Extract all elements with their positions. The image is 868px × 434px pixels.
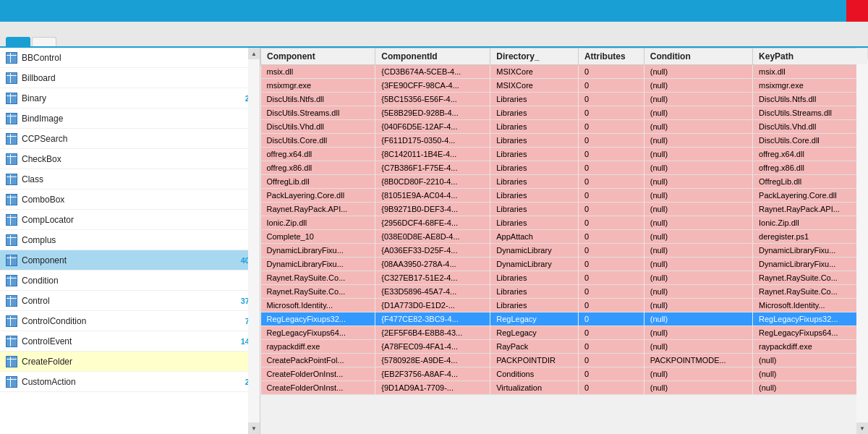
maximize-button[interactable]	[825, 0, 846, 22]
window-controls	[803, 0, 868, 22]
table-cell: {E33D5896-45A7-4...	[375, 285, 490, 299]
column-header-component[interactable]: Component	[261, 48, 375, 65]
column-header-keypath[interactable]: KeyPath	[753, 48, 868, 65]
table-cell: CreatePackPointFol...	[261, 354, 375, 367]
tab-summary[interactable]	[32, 37, 56, 46]
sidebar-item-complocator[interactable]: CompLocator0	[0, 210, 260, 230]
table-cell: {8B0CD80F-2210-4...	[375, 175, 490, 189]
table-cell: Libraries	[490, 271, 579, 285]
content-area: ComponentComponentIdDirectory_Attributes…	[260, 48, 868, 434]
sidebar-item-label: BBControl	[22, 53, 232, 63]
column-header-attributes[interactable]: Attributes	[578, 48, 644, 65]
table-row[interactable]: OffregLib.dll{8B0CD80F-2210-4...Librarie…	[261, 175, 868, 189]
close-button[interactable]	[846, 0, 868, 22]
sidebar-item-condition[interactable]: Condition0	[0, 271, 260, 291]
table-row[interactable]: CreatePackPointFol...{5780928E-A9DE-4...…	[261, 354, 868, 367]
table-cell: {2EF5F6B4-E8B8-43...	[375, 326, 490, 340]
table-cell: RegLegacyFixups32...	[753, 312, 868, 326]
table-cell: {3FE90CFF-98CA-4...	[375, 79, 490, 93]
table-icon	[6, 153, 17, 165]
table-cell: DiscUtils.Core.dll	[261, 134, 375, 148]
table-cell: Raynet.RaySuite.Co...	[261, 271, 375, 285]
sidebar-item-label: BindImage	[22, 114, 232, 124]
sidebar-item-bindimage[interactable]: BindImage0	[0, 109, 260, 129]
table-cell: RayPack	[490, 340, 579, 354]
data-table: ComponentComponentIdDirectory_Attributes…	[260, 48, 868, 395]
sidebar-item-billboard[interactable]: Billboard0	[0, 68, 260, 88]
table-row[interactable]: Raynet.RaySuite.Co...{E33D5896-45A7-4...…	[261, 285, 868, 299]
table-row[interactable]: Raynet.RaySuite.Co...{C327EB17-51E2-4...…	[261, 271, 868, 285]
table-cell: {F477CE82-3BC9-4...	[375, 312, 490, 326]
table-row[interactable]: offreg.x86.dll{C7B386F1-F75E-4...Librari…	[261, 161, 868, 175]
table-cell: 0	[578, 175, 644, 189]
column-header-condition[interactable]: Condition	[644, 48, 752, 65]
table-row[interactable]: RegLegacyFixups64...{2EF5F6B4-E8B8-43...…	[261, 326, 868, 340]
table-row[interactable]: Complete_10{038E0D8E-AE8D-4...AppAttach0…	[261, 230, 868, 244]
sidebar-item-binary[interactable]: Binary26	[0, 88, 260, 109]
table-row[interactable]: CreateFolderOnInst...{9D1AD9A1-7709-...V…	[261, 381, 868, 395]
table-row[interactable]: DynamicLibraryFixu...{08AA3950-278A-4...…	[261, 258, 868, 271]
table-row[interactable]: raypackdiff.exe{A78FEC09-4FA1-4...RayPac…	[261, 340, 868, 354]
table-row[interactable]: msix.dll{CD3B674A-5CEB-4...MSIXCore0(nul…	[261, 65, 868, 79]
table-row[interactable]: Microsoft.Identity...{D1A773D0-E1D2-...L…	[261, 299, 868, 312]
table-cell: 0	[578, 340, 644, 354]
table-cell: PACKPOINTDIR	[490, 354, 579, 367]
sidebar-item-component[interactable]: Component403	[0, 250, 260, 271]
table-cell: 0	[578, 216, 644, 230]
column-header-componentid[interactable]: ComponentId	[375, 48, 490, 65]
sidebar-item-controlcondition[interactable]: ControlCondition76	[0, 311, 260, 331]
table-cell: Libraries	[490, 189, 579, 203]
sidebar-item-label: Billboard	[22, 73, 232, 83]
table-row[interactable]: msixmgr.exe{3FE90CFF-98CA-4...MSIXCore0(…	[261, 79, 868, 93]
table-row[interactable]: RegLegacyFixups32...{F477CE82-3BC9-4...R…	[261, 312, 868, 326]
table-cell: DiscUtils.Core.dll	[753, 134, 868, 148]
column-header-directory[interactable]: Directory_	[490, 48, 579, 65]
table-icon	[6, 133, 17, 145]
table-cell: 0	[578, 354, 644, 367]
table-row[interactable]: Raynet.RayPack.API...{9B9271B0-DEF3-4...…	[261, 203, 868, 216]
table-cell: DynamicLibrary	[490, 244, 579, 258]
table-row[interactable]: DiscUtils.Core.dll{F611D175-0350-4...Lib…	[261, 134, 868, 148]
table-icon	[6, 356, 17, 367]
minimize-button[interactable]	[803, 0, 825, 22]
table-cell: DiscUtils.Ntfs.dll	[753, 93, 868, 106]
table-row[interactable]: offreg.x64.dll{8C142011-1B4E-4...Librari…	[261, 148, 868, 161]
table-cell: Libraries	[490, 106, 579, 120]
sidebar-item-checkbox[interactable]: CheckBox3	[0, 149, 260, 169]
sidebar-item-customaction[interactable]: CustomAction21	[0, 372, 260, 392]
sidebar-item-label: CompLocator	[22, 215, 232, 225]
table-cell: (null)	[644, 258, 752, 271]
table-cell: (null)	[644, 367, 752, 381]
table-cell: DynamicLibraryFixu...	[753, 244, 868, 258]
table-cell: (null)	[644, 216, 752, 230]
table-row[interactable]: DiscUtils.Ntfs.dll{5BC15356-E56F-4...Lib…	[261, 93, 868, 106]
table-cell: {9B9271B0-DEF3-4...	[375, 203, 490, 216]
table-cell: 0	[578, 161, 644, 175]
table-row[interactable]: PackLayering.Core.dll{81051E9A-AC04-4...…	[261, 189, 868, 203]
table-row[interactable]: DiscUtils.Streams.dll{5E8B29ED-928B-4...…	[261, 106, 868, 120]
table-scroll-down[interactable]: ▼	[856, 422, 868, 434]
table-row[interactable]: Ionic.Zip.dll{2956DCF4-68FE-4...Librarie…	[261, 216, 868, 230]
table-cell: (null)	[644, 175, 752, 189]
sidebar-item-ccpsearch[interactable]: CCPSearch0	[0, 129, 260, 149]
table-cell: {EB2F3756-A8AF-4...	[375, 367, 490, 381]
table-cell: Ionic.Zip.dll	[261, 216, 375, 230]
table-row[interactable]: CreateFolderOnInst...{EB2F3756-A8AF-4...…	[261, 367, 868, 381]
sidebar-scrollbar: ▲ ▼	[248, 48, 260, 434]
sidebar-item-class[interactable]: Class0	[0, 169, 260, 190]
table-cell: DynamicLibraryFixu...	[261, 258, 375, 271]
table-cell: Virtualization	[490, 381, 579, 395]
table-row[interactable]: DiscUtils.Vhd.dll{040F6D5E-12AF-4...Libr…	[261, 120, 868, 134]
sidebar-item-controlevent[interactable]: ControlEvent147	[0, 331, 260, 352]
table-row[interactable]: DynamicLibraryFixu...{A036EF33-D25F-4...…	[261, 244, 868, 258]
tab-tables[interactable]	[6, 37, 30, 46]
scroll-down-arrow[interactable]: ▼	[248, 422, 260, 434]
scroll-up-arrow[interactable]: ▲	[248, 48, 260, 59]
sidebar-item-combobox[interactable]: ComboBox0	[0, 190, 260, 210]
table-icon	[6, 93, 17, 104]
sidebar-item-complus[interactable]: Complus0	[0, 230, 260, 250]
sidebar-item-createfolder[interactable]: CreateFolder5	[0, 352, 260, 372]
sidebar-item-bbcontrol[interactable]: BBControl0	[0, 48, 260, 68]
sidebar-item-control[interactable]: Control377	[0, 291, 260, 311]
table-cell: (null)	[644, 244, 752, 258]
